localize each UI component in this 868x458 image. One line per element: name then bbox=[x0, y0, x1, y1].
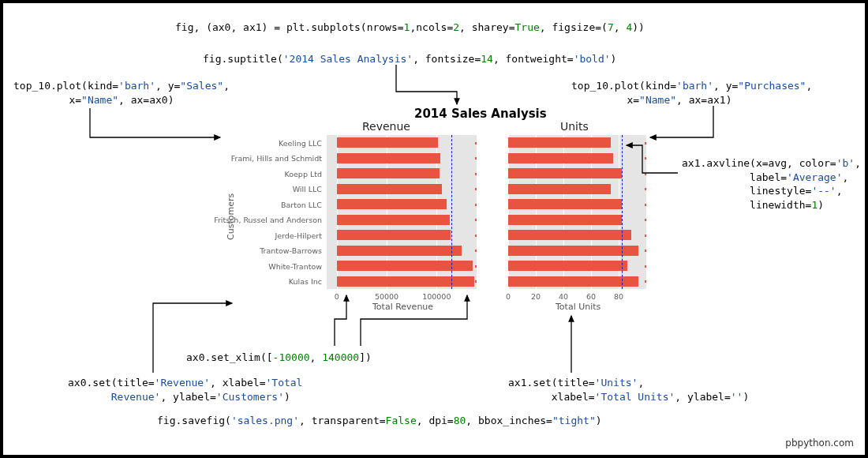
credit: pbpython.com bbox=[785, 437, 854, 449]
annotation-arrows bbox=[3, 3, 868, 458]
diagram-frame: fig, (ax0, ax1) = plt.subplots(nrows=1,n… bbox=[0, 0, 868, 458]
